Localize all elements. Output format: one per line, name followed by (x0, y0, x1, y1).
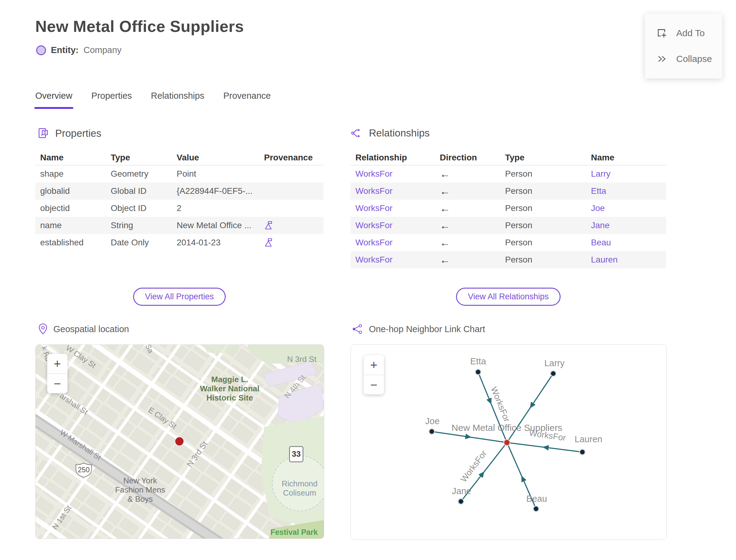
chart-zoom-control: + − (364, 355, 384, 394)
table-row: WorksFor←PersonEtta (351, 182, 666, 200)
tab-provenance[interactable]: Provenance (223, 91, 271, 109)
provenance-flag-icon[interactable] (264, 238, 273, 247)
view-all-properties-button[interactable]: View All Properties (133, 288, 226, 306)
graph-node-lauren[interactable] (580, 449, 585, 455)
relationship-link[interactable]: WorksFor (355, 221, 393, 230)
properties-section-title: Properties (55, 128, 101, 139)
properties-icon (37, 127, 49, 140)
add-to-button[interactable]: Add To (645, 27, 722, 39)
property-provenance-cell (259, 238, 324, 247)
entity-name-link[interactable]: Etta (591, 186, 606, 196)
graph-node-joe[interactable] (429, 429, 435, 434)
entity-name-link[interactable]: Lauren (591, 255, 618, 265)
geospatial-section-header: Geospatial location (38, 323, 129, 335)
property-name-cell: name (35, 221, 106, 230)
type-cell: Person (500, 221, 586, 230)
entity-page: New Metal Office Suppliers Entity: Compa… (0, 0, 736, 560)
name-cell: Larry (586, 169, 666, 179)
column-header: Provenance (259, 153, 324, 163)
column-header: Relationship (351, 153, 435, 163)
graph-edge-arrow (542, 445, 549, 451)
property-name-cell: shape (35, 169, 106, 179)
graph-edge-label: WorksFor (489, 385, 512, 424)
provenance-flag-icon[interactable] (264, 221, 273, 230)
svg-text:33: 33 (292, 449, 301, 458)
graph-node-beau[interactable] (533, 506, 539, 512)
relationships-section-title: Relationships (369, 127, 430, 139)
relationship-link[interactable]: WorksFor (355, 255, 393, 265)
add-to-icon (656, 27, 668, 39)
graph-node-label: New Metal Office Suppliers (451, 423, 562, 433)
geospatial-section-title: Geospatial location (53, 324, 129, 334)
direction-arrow: ← (440, 237, 450, 248)
collapse-label: Collapse (676, 54, 712, 64)
relationship-link[interactable]: WorksFor (355, 203, 393, 213)
direction-cell: ← (435, 237, 500, 248)
graph-node-label: Larry (544, 358, 565, 368)
map-zoom-in-button[interactable]: + (47, 354, 67, 374)
entity-name-link[interactable]: Joe (591, 203, 605, 213)
direction-cell: ← (435, 220, 500, 231)
graph-node-center[interactable] (504, 439, 510, 446)
link-chart-canvas[interactable]: WorksForWorksForWorksForNew Metal Office… (351, 345, 666, 539)
direction-cell: ← (435, 169, 500, 179)
table-row: establishedDate Only2014-01-23 (35, 234, 324, 251)
direction-arrow: ← (440, 203, 450, 213)
property-name-cell: objectid (35, 203, 106, 213)
link-chart-card: WorksForWorksForWorksForNew Metal Office… (351, 344, 667, 540)
graph-node-larry[interactable] (550, 371, 556, 376)
table-row: objectidObject ID2 (35, 200, 324, 217)
tab-overview[interactable]: Overview (35, 91, 72, 109)
property-name-cell: globalid (35, 186, 106, 196)
map-location-marker[interactable] (175, 437, 183, 445)
graph-edge-arrow (530, 402, 536, 408)
entity-name-link[interactable]: Jane (591, 221, 610, 230)
type-cell: Person (500, 186, 586, 196)
entity-name-link[interactable]: Beau (591, 238, 611, 247)
map-zoom-out-button[interactable]: − (47, 374, 67, 393)
graph-node-etta[interactable] (475, 369, 481, 375)
relationship-cell: WorksFor (351, 186, 435, 196)
graph-node-jane[interactable] (458, 499, 464, 504)
relationship-link[interactable]: WorksFor (355, 186, 393, 196)
table-row: WorksFor←PersonJoe (351, 200, 666, 217)
property-value-cell: New Metal Office ... (172, 221, 259, 230)
table-row: globalidGlobal ID{A228944F-0EF5-... (35, 182, 324, 200)
entity-type-row: Entity: Company (36, 45, 121, 55)
entity-type-value: Company (83, 45, 121, 55)
direction-arrow: ← (440, 186, 450, 196)
chart-zoom-out-button[interactable]: − (364, 375, 384, 394)
svg-text:250: 250 (78, 466, 90, 474)
name-cell: Jane (586, 221, 666, 230)
direction-arrow: ← (440, 220, 450, 231)
type-cell: Person (500, 238, 586, 247)
property-value-cell: Point (172, 169, 259, 179)
type-cell: Person (500, 255, 586, 265)
property-type-cell: Object ID (106, 203, 172, 213)
onehop-section-header: One-hop Neighbor Link Chart (352, 323, 485, 335)
chart-zoom-in-button[interactable]: + (364, 355, 384, 375)
column-header: Type (500, 153, 586, 163)
map-zoom-control: + − (47, 354, 67, 393)
relationship-link[interactable]: WorksFor (355, 238, 393, 247)
graph-edge-label: WorksFor (459, 449, 489, 484)
graph-edge-arrow (478, 471, 484, 478)
relationship-link[interactable]: WorksFor (355, 169, 393, 179)
relationships-icon (351, 127, 363, 139)
tab-relationships[interactable]: Relationships (151, 91, 204, 109)
floating-menu: Add To Collapse (645, 13, 722, 79)
property-value-cell: 2014-01-23 (172, 238, 259, 247)
direction-cell: ← (435, 203, 500, 213)
onehop-section-title: One-hop Neighbor Link Chart (369, 324, 485, 334)
view-all-relationships-button[interactable]: View All Relationships (456, 288, 561, 306)
table-row: shapeGeometryPoint (35, 165, 324, 182)
map-park-area (203, 345, 240, 353)
tab-properties[interactable]: Properties (91, 91, 132, 109)
entity-name-link[interactable]: Larry (591, 169, 611, 179)
table-row: WorksFor←PersonLarry (351, 165, 666, 182)
direction-cell: ← (435, 186, 500, 196)
collapse-button[interactable]: Collapse (645, 53, 722, 65)
name-cell: Lauren (586, 255, 666, 265)
map-canvas[interactable]: 25033 k RdW Clay StSaarshall StW Marshal… (36, 345, 324, 539)
column-header: Direction (435, 153, 500, 163)
